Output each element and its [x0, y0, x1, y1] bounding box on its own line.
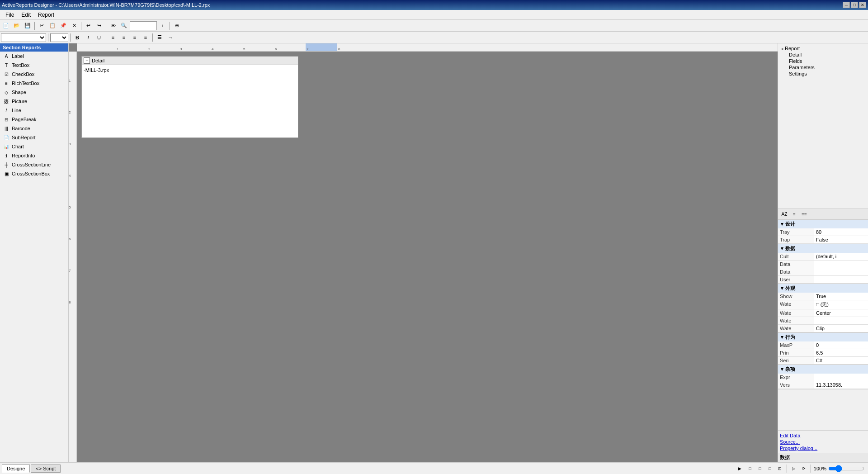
- font-family-select[interactable]: [1, 33, 46, 42]
- save-button[interactable]: 💾: [23, 21, 33, 31]
- toolbox-item-shape[interactable]: ◇Shape: [0, 88, 68, 97]
- underline-button[interactable]: U: [94, 33, 104, 43]
- prop-value[interactable]: [814, 268, 868, 275]
- toolbox-item-richtextbox[interactable]: ≡RichTextBox: [0, 79, 68, 88]
- list-button[interactable]: ☰: [155, 33, 165, 43]
- open-button[interactable]: 📂: [12, 21, 22, 31]
- bold-button[interactable]: B: [72, 33, 82, 43]
- prop-section-header-设计[interactable]: ▾设计: [778, 220, 868, 228]
- paste-button[interactable]: 📌: [58, 21, 68, 31]
- prop-section-header-数据[interactable]: ▾数据: [778, 244, 868, 253]
- bottom-btn-rect2[interactable]: □: [756, 465, 764, 473]
- bottom-btn-play[interactable]: ▶: [736, 465, 744, 473]
- prop-section-header-杂项[interactable]: ▾杂项: [778, 365, 868, 374]
- toolbox-item-line[interactable]: /Line: [0, 106, 68, 115]
- tab-designe[interactable]: Designe: [2, 465, 30, 473]
- ruler-left-mark-1: 1: [69, 79, 71, 83]
- link-property-dialog...[interactable]: Property dialog...: [780, 445, 866, 451]
- minimize-button[interactable]: ─: [843, 2, 850, 8]
- prop-value[interactable]: 11.3.13058.: [814, 381, 868, 389]
- toolbox-item-barcode[interactable]: |||Barcode: [0, 124, 68, 133]
- indent-button[interactable]: →: [165, 33, 175, 43]
- toolbox-item-crosssectionline[interactable]: ┼CrossSectionLine: [0, 160, 68, 169]
- toolbox-item-label[interactable]: ALabel: [0, 52, 68, 61]
- link-source...[interactable]: Source...: [780, 439, 866, 445]
- prop-value[interactable]: □ (无): [814, 300, 868, 309]
- align-right-button[interactable]: ≡: [130, 33, 140, 43]
- toolbox-item-reportinfo[interactable]: ℹReportInfo: [0, 151, 68, 160]
- restore-button[interactable]: □: [851, 2, 858, 8]
- picture-icon: 🖼: [3, 98, 10, 105]
- menu-report[interactable]: Report: [34, 11, 58, 19]
- menu-file[interactable]: File: [2, 11, 18, 19]
- align-center-button[interactable]: ≡: [119, 33, 129, 43]
- prop-value[interactable]: [814, 317, 868, 324]
- bottom-btn-frame[interactable]: ⊡: [776, 465, 784, 473]
- collapse-icon: ▾: [781, 221, 783, 227]
- toolbox-item-textbox[interactable]: TTextBox: [0, 61, 68, 70]
- prop-section-header-外观[interactable]: ▾外观: [778, 284, 868, 293]
- prop-name: Wate: [778, 300, 814, 309]
- toolbox-item-picture[interactable]: 🖼Picture: [0, 97, 68, 106]
- tab--script[interactable]: <> Script: [31, 465, 61, 473]
- prop-section-name: 设计: [785, 221, 795, 228]
- copy-button[interactable]: 📋: [47, 21, 57, 31]
- prop-value[interactable]: Clip: [814, 325, 868, 332]
- bottom-btn-arrow[interactable]: ▷: [790, 465, 798, 473]
- preview-button[interactable]: 👁: [108, 21, 118, 31]
- link-edit-data[interactable]: Edit Data: [780, 432, 866, 439]
- toolbox-item-crosssectionbox[interactable]: ▣CrossSectionBox: [0, 169, 68, 178]
- prop-value[interactable]: 6.5: [814, 349, 868, 356]
- prop-value[interactable]: [814, 261, 868, 268]
- prop-value[interactable]: False: [814, 236, 868, 243]
- undo-button[interactable]: ↩: [83, 21, 93, 31]
- toolbox-label-pagebreak: PageBreak: [12, 117, 36, 122]
- prop-value[interactable]: 0: [814, 341, 868, 349]
- tree-item-fields[interactable]: Fields: [780, 58, 866, 64]
- bottom-btn-rect1[interactable]: □: [746, 465, 754, 473]
- prop-value[interactable]: Center: [814, 309, 868, 317]
- zoom-slider[interactable]: [828, 465, 864, 472]
- bottom-btn-rect3[interactable]: □: [766, 465, 774, 473]
- prop-sort-az[interactable]: AZ: [780, 210, 789, 218]
- tree-item-report[interactable]: ▸Report: [780, 45, 866, 52]
- prop-value[interactable]: [814, 374, 868, 381]
- prop-section-header-行为[interactable]: ▾行为: [778, 333, 868, 341]
- prop-value[interactable]: [814, 276, 868, 283]
- prop-name: Wate: [778, 317, 814, 324]
- toolbox-label-chart: Chart: [12, 144, 24, 149]
- toolbox-item-subreport[interactable]: 📄SubReport: [0, 133, 68, 142]
- prop-value[interactable]: 80: [814, 228, 868, 236]
- cut-button[interactable]: ✂: [37, 21, 47, 31]
- tree-item-settings[interactable]: Settings: [780, 71, 866, 77]
- fsep3: [106, 33, 106, 42]
- italic-button[interactable]: I: [83, 33, 93, 43]
- close-button[interactable]: ✕: [859, 2, 866, 8]
- prop-name: Trap: [778, 236, 814, 243]
- toolbox-item-checkbox[interactable]: ☑CheckBox: [0, 70, 68, 79]
- align-justify-button[interactable]: ≡: [141, 33, 151, 43]
- bottom-btn-refresh[interactable]: ⟳: [800, 465, 808, 473]
- align-left-button[interactable]: ≡: [108, 33, 118, 43]
- zoom-out-button[interactable]: 🔍: [119, 21, 129, 31]
- prop-value[interactable]: True: [814, 293, 868, 300]
- design-canvas-wrapper[interactable]: − Detail -MILL-3.rpx: [77, 52, 778, 462]
- collapse-button[interactable]: −: [84, 57, 90, 64]
- tree-item-parameters[interactable]: Parameters: [780, 64, 866, 71]
- tree-item-detail[interactable]: Detail: [780, 52, 866, 58]
- redo-button[interactable]: ↪: [94, 21, 104, 31]
- new-button[interactable]: 📄: [1, 21, 11, 31]
- prop-value[interactable]: C#: [814, 357, 868, 364]
- prop-categorize[interactable]: ≡: [790, 210, 799, 218]
- prop-value[interactable]: (default, i: [814, 253, 868, 260]
- zoom-input[interactable]: 100%: [130, 21, 157, 30]
- target-button[interactable]: ⊕: [172, 21, 182, 31]
- zoom-in-button[interactable]: +: [158, 21, 168, 31]
- menu-edit[interactable]: Edit: [18, 11, 34, 19]
- prop-list[interactable]: ≡≡: [800, 210, 809, 218]
- toolbox-item-chart[interactable]: 📊Chart: [0, 142, 68, 151]
- fsep2: [70, 33, 71, 42]
- toolbox-item-pagebreak[interactable]: ⊟PageBreak: [0, 115, 68, 124]
- font-size-select[interactable]: [50, 33, 68, 42]
- delete-button[interactable]: ✕: [69, 21, 79, 31]
